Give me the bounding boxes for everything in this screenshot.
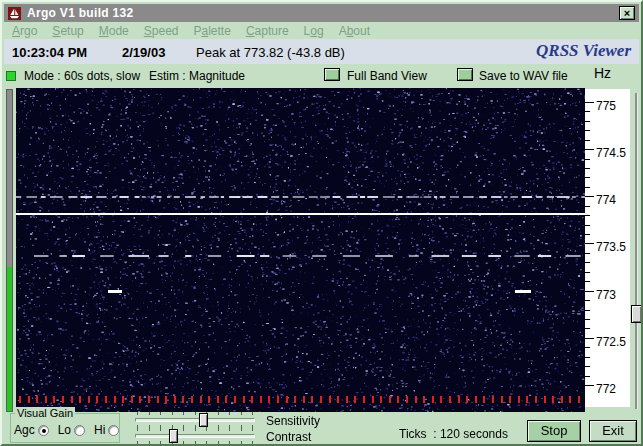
- slider-tick: [149, 428, 150, 431]
- clock-readout: 10:23:04 PM: [12, 45, 87, 60]
- slider-tick: [241, 441, 242, 444]
- sensitivity-slider[interactable]: [135, 412, 255, 428]
- cont-slider-thumb[interactable]: [169, 429, 178, 443]
- status-toolbar: Mode : 60s dots, slow Estim : Magnitude …: [4, 64, 639, 88]
- menu-item-argo[interactable]: Argo: [12, 24, 37, 38]
- axis-tick: [585, 196, 594, 197]
- slider-tick: [252, 441, 253, 444]
- axis-tick: [585, 149, 594, 150]
- slider-tick: [137, 412, 138, 415]
- axis-tick-label: 772: [596, 382, 616, 396]
- ticks-readout: Ticks : 120 seconds: [399, 427, 508, 441]
- slider-tick: [149, 412, 150, 415]
- radio-label: Agc: [14, 423, 35, 437]
- menu-item-speed[interactable]: Speed: [144, 24, 179, 38]
- axis-tick: [585, 206, 590, 207]
- sens-slider-thumb[interactable]: [199, 413, 208, 427]
- axis-tick-label: 772.5: [596, 335, 626, 349]
- axis-tick: [585, 262, 590, 263]
- slider-tick: [229, 441, 230, 444]
- save-wav-button[interactable]: [457, 68, 473, 81]
- slider-tick: [206, 428, 207, 431]
- radio-icon[interactable]: [108, 425, 119, 436]
- axis-tick: [585, 234, 590, 235]
- menu-item-about[interactable]: About: [339, 24, 370, 38]
- visual-gain-option-lo[interactable]: Lo: [58, 423, 85, 437]
- axis-tick: [585, 385, 594, 386]
- slider-tick: [229, 412, 230, 415]
- axis-tick: [585, 366, 590, 367]
- mode-readout: Mode : 60s dots, slow: [24, 69, 140, 83]
- peak-readout: Peak at 773.82 (-43.8 dB): [196, 45, 345, 60]
- slider-tick: [241, 428, 242, 431]
- slider-tick: [218, 412, 219, 415]
- slider-track: [135, 434, 255, 438]
- slider-tick: [183, 428, 184, 431]
- control-panel: Visual Gain AgcLoHi Sensitivity Contrast…: [4, 412, 639, 444]
- axis-tick: [585, 130, 590, 131]
- menu-item-palette[interactable]: Palette: [193, 24, 230, 38]
- full-band-view-button[interactable]: [324, 68, 340, 81]
- close-icon[interactable]: ×: [619, 6, 635, 20]
- exit-button[interactable]: Exit: [589, 420, 637, 442]
- menu-bar: ArgoSetupModeSpeedPaletteCaptureLogAbout: [4, 22, 639, 39]
- full-band-view-label: Full Band View: [347, 69, 427, 83]
- axis-tick: [585, 347, 590, 348]
- axis-tick: [585, 300, 590, 301]
- axis-tick: [585, 328, 590, 329]
- radio-icon[interactable]: [74, 425, 85, 436]
- axis-tick: [585, 338, 594, 339]
- radio-label: Hi: [94, 423, 105, 437]
- axis-tick: [585, 281, 590, 282]
- contrast-label: Contrast: [266, 430, 311, 444]
- axis-tick-label: 773.5: [596, 240, 626, 254]
- visual-gain-group: Visual Gain AgcLoHi: [10, 413, 120, 443]
- slider-track: [135, 418, 255, 422]
- slider-tick: [241, 412, 242, 415]
- radio-icon[interactable]: [38, 425, 49, 436]
- save-wav-label: Save to WAV file: [479, 69, 568, 83]
- axis-tick: [585, 140, 590, 141]
- spectrogram-display[interactable]: [16, 88, 585, 412]
- menu-item-setup[interactable]: Setup: [52, 24, 83, 38]
- slider-tick: [206, 441, 207, 444]
- frequency-axis: 775774.5774773.5773772.5772: [585, 89, 630, 407]
- axis-tick: [585, 225, 590, 226]
- slider-tick: [172, 412, 173, 415]
- stop-button[interactable]: Stop: [527, 420, 581, 442]
- axis-tick: [585, 319, 590, 320]
- axis-tick: [585, 243, 594, 244]
- title-bar: Argo V1 build 132 ×: [4, 4, 639, 22]
- slider-tick: [149, 441, 150, 444]
- slider-tick: [252, 428, 253, 431]
- axis-tick-label: 775: [596, 99, 616, 113]
- vslider-thumb[interactable]: [631, 305, 642, 323]
- visual-gain-option-hi[interactable]: Hi: [94, 423, 119, 437]
- sailboat-app-icon: [8, 7, 21, 20]
- axis-tick: [585, 121, 590, 122]
- sensitivity-label: Sensitivity: [266, 414, 320, 428]
- signal-level-fill: [7, 267, 12, 411]
- axis-tick: [585, 102, 594, 103]
- menu-item-log[interactable]: Log: [304, 24, 324, 38]
- visual-gain-option-agc[interactable]: Agc: [14, 423, 49, 437]
- slider-tick: [218, 441, 219, 444]
- activity-led-icon: [6, 71, 16, 81]
- slider-tick: [229, 428, 230, 431]
- axis-tick: [585, 159, 590, 160]
- axis-tick: [585, 215, 590, 216]
- menu-item-capture[interactable]: Capture: [246, 24, 289, 38]
- slider-tick: [195, 441, 196, 444]
- menu-item-mode[interactable]: Mode: [99, 24, 129, 38]
- axis-unit-label: Hz: [594, 65, 611, 81]
- slider-tick: [183, 412, 184, 415]
- frequency-offset-slider[interactable]: [631, 90, 642, 412]
- axis-tick: [585, 187, 590, 188]
- axis-tick: [585, 253, 590, 254]
- slider-tick: [183, 441, 184, 444]
- axis-tick: [585, 272, 590, 273]
- contrast-slider[interactable]: [135, 428, 255, 444]
- signal-level-bar: [6, 89, 13, 412]
- slider-tick: [252, 412, 253, 415]
- slider-tick: [218, 428, 219, 431]
